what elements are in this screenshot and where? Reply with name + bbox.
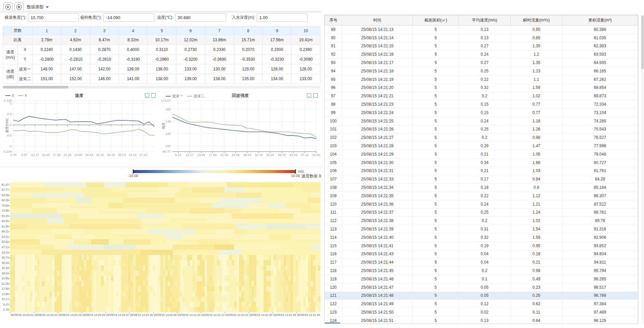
series-row-label: X — [18, 45, 33, 55]
pitch-angle-input[interactable] — [103, 13, 154, 22]
flow-cell: 25/08/15 14:21:39 — [342, 225, 413, 233]
flow-cell: 90 — [325, 34, 342, 42]
flow-cell: 5 — [413, 225, 459, 233]
hscrollbar-thumb[interactable] — [3, 86, 68, 89]
heatmap-xtick — [82, 312, 82, 314]
flow-cell: 106 — [325, 167, 342, 175]
flow-col-header: 时间 — [342, 15, 413, 25]
flow-table-row[interactable]: 9625/08/15 14:21:2050.321.5968.854 — [325, 84, 638, 92]
flow-table-row[interactable]: 11425/08/15 14:21:4050.321.5992.906 — [325, 233, 638, 241]
pitch-angle-field: 俯仰角度(°): — [80, 13, 154, 22]
flow-table-row[interactable]: 10325/08/15 14:21:2850.291.4777.996 — [325, 142, 638, 150]
flow-table-row[interactable]: 11225/08/15 14:21:3850.21.0289.78 — [325, 217, 638, 225]
heatmap-xtick — [177, 312, 177, 314]
flow-table-row[interactable]: 10025/08/15 14:21:2550.241.1874.285 — [325, 117, 638, 125]
flow-table-hscroll-thumb[interactable] — [325, 322, 340, 324]
flow-cell: 74.285 — [562, 117, 638, 125]
heatmap-ytick-label: 32.34 — [0, 266, 9, 270]
flow-cell: 103 — [325, 142, 342, 150]
heatmap-xtick-label: 25/08/15 14:21:48 — [294, 313, 323, 317]
flow-cell: 94 — [325, 67, 342, 75]
flow-table-row[interactable]: 11025/08/15 14:21:3650.241.2187.522 — [325, 200, 638, 208]
flow-table-row[interactable]: 9025/08/15 14:21:1450.130.6561.035 — [325, 34, 638, 42]
flow-cell: 117 — [325, 258, 342, 267]
flow-table-row[interactable]: 10125/08/15 14:21:2650.251.2675.543 — [325, 125, 638, 133]
toolbox-save-icon[interactable] — [145, 93, 149, 98]
flow-cell: 0.77 — [511, 108, 562, 117]
flow-table-row[interactable]: 10225/08/15 14:21:2750.20.9876.527 — [325, 133, 638, 142]
flow-table-row[interactable]: 11125/08/15 14:21:3750.251.2488.761 — [325, 208, 638, 217]
play-button[interactable] — [3, 2, 12, 11]
flow-table-row[interactable]: 9125/08/15 14:21:1550.271.3562.383 — [325, 42, 638, 50]
flow-table-row[interactable]: 11725/08/15 14:21:4450.040.2194.811 — [325, 258, 638, 267]
pause-button[interactable] — [14, 2, 23, 11]
flow-table-row[interactable]: 10725/08/15 14:21:3350.170.8484.28 — [325, 175, 638, 183]
flow-cell: 5 — [413, 308, 459, 317]
flow-table-row[interactable]: 9925/08/15 14:21:2450.150.7773.104 — [325, 108, 638, 117]
series-value: 0.2240 — [33, 45, 61, 55]
series-value: 128.00 — [263, 64, 291, 74]
flow-table-row[interactable]: 10825/08/15 14:21:3450.180.985.184 — [325, 183, 638, 192]
layer-number: 4 — [119, 26, 148, 35]
flow-cell: 62.383 — [562, 42, 638, 50]
flow-table-row[interactable]: 12225/08/15 14:21:4950.120.6297.384 — [325, 300, 638, 308]
flow-table: 序号时间截面面积(㎡)平均速度(m/s)瞬时流量(m³/s)累积流量(m³) 8… — [325, 15, 638, 324]
flow-table-vscroll-thumb[interactable] — [641, 15, 644, 69]
flow-table-row[interactable]: 9225/08/15 14:21:1650.241.263.583 — [325, 50, 638, 59]
flow-cell: 120 — [325, 283, 342, 291]
flow-cell: 81.761 — [562, 167, 638, 175]
flow-table-row[interactable]: 10525/08/15 14:21:3050.341.6880.727 — [325, 158, 638, 167]
flow-table-row[interactable]: 12425/08/15 14:21:5150.130.6498.125 — [325, 316, 638, 324]
flow-table-row[interactable]: 12325/08/15 14:21:5050.020.1197.489 — [325, 308, 638, 317]
flow-cell: 109 — [325, 192, 342, 200]
flow-cell: 105 — [325, 158, 342, 167]
toolbox-restore-icon[interactable] — [313, 93, 318, 98]
flow-cell: 25/08/15 14:21:41 — [342, 241, 413, 250]
heatmap-xtick — [129, 312, 130, 314]
flow-col-header: 累积流量(m³) — [562, 15, 638, 25]
series-value: 147.00 — [61, 64, 90, 74]
flow-table-row[interactable]: 10625/08/15 14:21:3150.211.0381.761 — [325, 167, 638, 175]
toolbox-save-icon[interactable] — [307, 93, 311, 98]
immersion-depth-input[interactable] — [257, 13, 308, 22]
data-type-dropdown[interactable]: 数据类型 — [27, 4, 49, 10]
flow-cell: 1.21 — [511, 200, 562, 208]
velocity-group-label: 速度(m/s) — [3, 45, 18, 64]
flow-cell: 60.386 — [562, 25, 638, 34]
flow-cell: 0.98 — [511, 267, 562, 275]
flow-table-row[interactable]: 10925/08/15 14:21:3550.221.1286.307 — [325, 192, 638, 200]
roll-angle-input[interactable] — [28, 13, 79, 22]
flow-table-row[interactable]: 11925/08/15 14:21:4650.10.4996.285 — [325, 275, 638, 283]
flow-table-row[interactable]: 10425/08/15 14:21:2950.211.0579.048 — [325, 150, 638, 158]
flow-table-row[interactable]: 9825/08/15 14:21:2350.150.7772.334 — [325, 100, 638, 109]
flow-cell: 0.95 — [511, 241, 562, 250]
flow-table-row[interactable]: 11525/08/15 14:21:4150.190.9593.852 — [325, 241, 638, 250]
flow-cell: 96.517 — [562, 283, 638, 291]
flow-table-row[interactable]: 9325/08/15 14:21:1750.271.3564.935 — [325, 59, 638, 67]
flow-cell: 100 — [325, 117, 342, 125]
temperature-label: 温度(℃): — [157, 15, 173, 20]
flow-table-row[interactable]: 8925/08/15 14:21:1350.130.6560.386 — [325, 25, 638, 34]
heatmap-ytick-label: 72.99 — [0, 209, 9, 212]
flow-table-row[interactable]: 9725/08/15 14:21:2150.21.0269.873 — [325, 92, 638, 100]
flow-table-row[interactable]: 12125/08/15 14:21:4850.050.2596.766 — [325, 291, 638, 300]
series-value: 142.00 — [90, 64, 119, 74]
temperature-input[interactable] — [175, 13, 226, 22]
flow-cell: 113 — [325, 225, 342, 233]
flow-table-row[interactable]: 9525/08/15 14:21:1950.221.167.262 — [325, 75, 638, 84]
heatmap-ytick — [9, 226, 10, 227]
flow-table-row[interactable]: 11625/08/15 14:21:4350.040.1894.604 — [325, 250, 638, 258]
flow-cell: 0.22 — [459, 192, 511, 200]
toolbox-restore-icon[interactable] — [151, 93, 156, 98]
flow-table-row[interactable]: 9425/08/15 14:21:1850.251.2366.165 — [325, 67, 638, 75]
flow-table-row[interactable]: 11325/08/15 14:21:3950.311.5491.316 — [325, 225, 638, 233]
flow-cell: 0.32 — [459, 233, 511, 241]
series-value: 138.00 — [148, 74, 176, 84]
flow-table-row[interactable]: 12025/08/15 14:21:4750.050.2396.517 — [325, 283, 638, 291]
flow-cell: 75.543 — [562, 125, 638, 133]
echo-chart-toolbox — [307, 93, 318, 98]
flow-cell: 0.02 — [459, 308, 511, 317]
flow-table-row[interactable]: 11825/08/15 14:21:4550.20.9895.794 — [325, 267, 638, 275]
distance-value: 17.56m — [263, 35, 291, 45]
flow-cell: 0.22 — [459, 75, 511, 84]
